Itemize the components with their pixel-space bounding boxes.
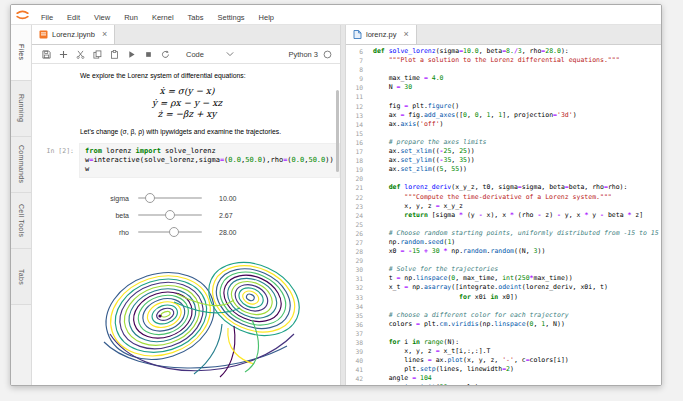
code-line[interactable]: 8: [346, 65, 661, 74]
lorenz-equations: ẋ = σ(y − x)ẏ = ρx − y − xzż = −βz + xy: [72, 86, 302, 121]
slider-track-sigma[interactable]: [138, 197, 202, 199]
sidebar-tab-tabs[interactable]: Tabs: [11, 249, 31, 305]
code-line[interactable]: 39 x, y, z = x_t[i,:,:].T: [346, 347, 661, 356]
add-cell-button[interactable]: [55, 47, 72, 61]
line-number: 41: [346, 365, 366, 374]
code-line[interactable]: 20: [346, 174, 661, 183]
line-number: 31: [346, 274, 366, 283]
slider-handle-rho[interactable]: [169, 227, 179, 237]
kernel-indicator[interactable]: Python 3: [288, 50, 334, 59]
restart-kernel-button[interactable]: [157, 47, 174, 61]
code-line[interactable]: 30 # Solve for the trajectories: [346, 265, 661, 274]
line-number: 22: [346, 193, 366, 202]
jupyter-logo-icon: [14, 8, 31, 22]
code-line[interactable]: 32 x_t = np.asarray([integrate.odeint(lo…: [346, 283, 661, 292]
code-line[interactable]: 15: [346, 129, 661, 138]
code-line[interactable]: 16 # prepare the axes limits: [346, 138, 661, 147]
copy-cells-button[interactable]: [89, 47, 106, 61]
code-line[interactable]: 35 # choose a different color for each t…: [346, 311, 661, 320]
code-line[interactable]: 18 ax.set_ylim((-35, 35)): [346, 156, 661, 165]
code-line[interactable]: 33 for x0i in x0]): [346, 293, 661, 302]
notebook-scrollbar[interactable]: [336, 90, 339, 172]
line-number: 8: [346, 65, 366, 74]
code-line[interactable]: 11: [346, 92, 661, 101]
tab-lorenz-py[interactable]: lorenz.py ×: [346, 25, 417, 44]
equation: ẏ = ρx − y − xz: [72, 98, 302, 110]
line-number: 35: [346, 311, 366, 320]
code-line[interactable]: 22 """Compute the time-derivative of a L…: [346, 193, 661, 202]
slider-handle-sigma[interactable]: [145, 193, 155, 203]
line-number: 21: [346, 183, 366, 192]
code-line[interactable]: 29: [346, 256, 661, 265]
code-line[interactable]: 34: [346, 302, 661, 311]
code-line[interactable]: 10 N = 30: [346, 83, 661, 92]
tab-lorenz-ipynb[interactable]: Lorenz.ipynb ×: [32, 25, 115, 44]
line-number: 7: [346, 56, 366, 65]
close-icon[interactable]: ×: [99, 30, 107, 39]
cell-prompt: In [2]:: [37, 143, 79, 178]
code-line[interactable]: 9 max_time = 4.0: [346, 74, 661, 83]
code-line[interactable]: 25: [346, 220, 661, 229]
code-line[interactable]: 37: [346, 329, 661, 338]
menu-kernel[interactable]: Kernel: [145, 13, 181, 22]
menu-help[interactable]: Help: [252, 13, 281, 22]
play-icon: [127, 50, 136, 59]
notebook-file-icon: [39, 30, 48, 39]
equation: ż = −βz + xy: [72, 109, 302, 121]
code-line[interactable]: 36 colors = plt.cm.viridis(np.linspace(0…: [346, 320, 661, 329]
sidebar-tab-commands[interactable]: Commands: [11, 137, 31, 193]
notebook-content: We explore the Lorenz system of differen…: [32, 64, 340, 385]
menu-edit[interactable]: Edit: [60, 13, 87, 22]
code-line[interactable]: 23 x, y, z = x_y_z: [346, 202, 661, 211]
sidebar-tab-files[interactable]: Files: [11, 25, 31, 81]
sidebar-tab-cell-tools[interactable]: Cell Tools: [11, 193, 31, 249]
chevron-down-icon: [226, 51, 234, 57]
menu-settings[interactable]: Settings: [210, 13, 251, 22]
paste-cells-button[interactable]: [106, 47, 123, 61]
left-sidebar: FilesRunningCommandsCell ToolsTabs: [11, 25, 32, 385]
menu-run[interactable]: Run: [117, 13, 145, 22]
line-number: 15: [346, 129, 366, 138]
code-line[interactable]: 42 angle = 104: [346, 374, 661, 383]
code-line[interactable]: 26 # Choose random starting points, unif…: [346, 229, 661, 238]
save-icon: [42, 50, 51, 59]
code-line[interactable]: 13 ax = fig.add_axes([0, 0, 1, 1], proje…: [346, 111, 661, 120]
run-button[interactable]: [123, 47, 140, 61]
code-line[interactable]: 40 lines = ax.plot(x, y, z, '-', c=color…: [346, 356, 661, 365]
code-line[interactable]: 27 np.random.seed(1): [346, 238, 661, 247]
stop-button[interactable]: [140, 47, 157, 61]
kernel-name: Python 3: [288, 50, 318, 59]
widget-area: sigma10.00beta2.67rho28.00: [79, 190, 340, 241]
cut-cells-button[interactable]: [72, 47, 89, 61]
code-line[interactable]: 19 ax.set_zlim((5, 55)): [346, 165, 661, 174]
slider-row-beta: beta2.67: [79, 207, 340, 224]
code-line[interactable]: 14 ax.axis('off'): [346, 120, 661, 129]
cell-input[interactable]: from lorenz import solve_lorenzw=interac…: [79, 143, 340, 178]
code-line[interactable]: 21 def lorenz_deriv(x_y_z, t0, sigma=sig…: [346, 183, 661, 192]
code-line[interactable]: 41 plt.setp(lines, linewidth=2): [346, 365, 661, 374]
menu-file[interactable]: File: [34, 13, 60, 22]
code-line[interactable]: 43 ax.view_init(30, angle): [346, 383, 661, 385]
slider-label: rho: [79, 229, 138, 236]
code-line[interactable]: 17 ax.set_xlim((-25, 25)): [346, 147, 661, 156]
editor-lines[interactable]: 6def solve_lorenz(sigma=10.0, beta=8./3,…: [346, 45, 661, 385]
sidebar-tab-running[interactable]: Running: [11, 81, 31, 137]
cell-type-dropdown[interactable]: Code: [186, 50, 234, 59]
code-line[interactable]: 7 """Plot a solution to the Lorenz diffe…: [346, 56, 661, 65]
slider-track-rho[interactable]: [138, 231, 202, 233]
slider-track-beta[interactable]: [138, 214, 202, 216]
save-button[interactable]: [38, 47, 55, 61]
close-icon[interactable]: ×: [400, 30, 408, 39]
code-line[interactable]: 28 x0 = -15 + 30 * np.random.random((N, …: [346, 247, 661, 256]
code-line[interactable]: 31 t = np.linspace(0, max_time, int(250*…: [346, 274, 661, 283]
menu-tabs[interactable]: Tabs: [181, 13, 211, 22]
code-line[interactable]: 12 fig = plt.figure(): [346, 102, 661, 111]
slider-row-sigma: sigma10.00: [79, 190, 340, 207]
slider-handle-beta[interactable]: [165, 210, 175, 220]
line-number: 23: [346, 202, 366, 211]
code-line[interactable]: 6def solve_lorenz(sigma=10.0, beta=8./3,…: [346, 47, 661, 56]
code-line[interactable]: 24 return [sigma * (y - x), x * (rho - z…: [346, 211, 661, 220]
menu-view[interactable]: View: [87, 13, 117, 22]
line-number: 38: [346, 338, 366, 347]
code-line[interactable]: 38 for i in range(N):: [346, 338, 661, 347]
